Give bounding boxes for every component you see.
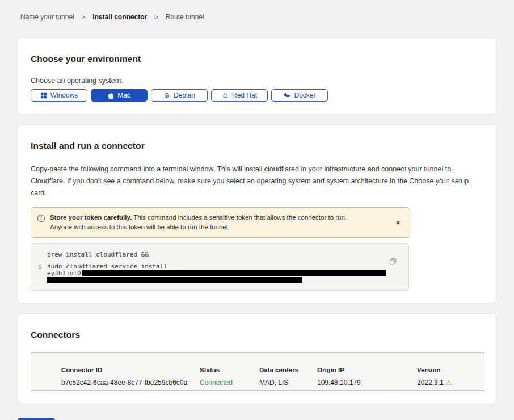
token-warning-banner: ! Store your token carefully. This comma… <box>31 207 410 238</box>
install-card-title: Install and run a connector <box>31 141 483 151</box>
os-button-docker[interactable]: Docker <box>271 89 328 102</box>
code-line-service-install: sudo cloudflared service install <box>47 263 408 270</box>
os-button-mac[interactable]: Mac <box>91 89 148 102</box>
page: Name your tunnel > Install connector > R… <box>0 0 514 420</box>
alert-circle-icon: ! <box>37 215 45 222</box>
breadcrumb-step-name-tunnel[interactable]: Name your tunnel <box>20 13 74 21</box>
os-button-redhat[interactable]: Red Hat <box>211 89 268 102</box>
os-button-windows[interactable]: Windows <box>31 89 87 102</box>
col-header-version: Version <box>417 367 484 373</box>
apple-icon <box>108 92 114 99</box>
connector-data-centers-value: MAD, LIS <box>259 379 317 387</box>
connector-table-row: b7c52c42-6caa-48ee-8c77-fbe259cb6c0a Con… <box>61 379 484 387</box>
connectors-card: Connectors Connector ID Status Data cent… <box>18 313 496 404</box>
linux-penguin-icon <box>222 92 229 99</box>
os-button-label: Windows <box>50 91 78 99</box>
version-warning-icon: ⚠ <box>446 379 452 387</box>
breadcrumb-separator: > <box>154 14 158 20</box>
environment-card-title: Choose your environment <box>31 54 483 64</box>
install-connector-card: Install and run a connector Copy-paste t… <box>18 124 496 304</box>
connectors-table-header: Connector ID Status Data centers Origin … <box>61 367 484 373</box>
col-header-data-centers: Data centers <box>259 367 317 373</box>
connector-id-value: b7c52c42-6caa-48ee-8c77-fbe259cb6c0a <box>61 379 200 387</box>
col-header-status: Status <box>200 367 259 373</box>
breadcrumb: Name your tunnel > Install connector > R… <box>20 13 496 21</box>
choose-environment-card: Choose your environment Choose an operat… <box>18 37 496 115</box>
code-line-brew: brew install cloudflared && <box>31 251 408 258</box>
token-warning-lead: Store your token carefully. <box>50 214 132 221</box>
copy-command-button[interactable] <box>389 258 397 266</box>
copy-icon <box>389 259 397 267</box>
os-button-label: Docker <box>294 91 315 99</box>
token-warning-text: Store your token carefully. This command… <box>50 213 368 232</box>
connector-status-value: Connected <box>200 379 259 387</box>
os-button-label: Debian <box>174 91 195 99</box>
breadcrumb-separator: > <box>82 14 85 20</box>
shell-prompt: $ <box>31 263 47 283</box>
banner-close-button[interactable]: ✕ <box>394 219 403 227</box>
next-button[interactable]: Next <box>18 418 55 420</box>
col-header-connector-id: Connector ID <box>61 367 200 373</box>
token-prefix: eyJhIjoiO <box>47 270 81 277</box>
debian-swirl-icon <box>163 92 170 99</box>
windows-icon <box>40 92 47 99</box>
os-button-debian[interactable]: Debian <box>151 89 208 102</box>
docker-whale-icon <box>283 92 290 99</box>
breadcrumb-step-route-tunnel[interactable]: Route tunnel <box>166 13 204 21</box>
breadcrumb-step-install-connector[interactable]: Install connector <box>92 13 147 21</box>
redacted-token-bar <box>47 277 302 283</box>
col-header-origin-ip: Origin IP <box>317 367 417 373</box>
connectors-card-title: Connectors <box>31 330 483 340</box>
os-button-group: Windows Mac Debian Red Hat <box>31 89 483 102</box>
connector-origin-ip-value: 109.48.10.179 <box>317 379 417 387</box>
os-button-label: Mac <box>117 91 130 99</box>
connectors-table: Connector ID Status Data centers Origin … <box>31 352 484 391</box>
install-command-codeblock: brew install cloudflared && $ sudo cloud… <box>31 243 409 291</box>
install-instructions: Copy-paste the following command into a … <box>31 163 483 199</box>
redacted-token-bar <box>82 270 386 276</box>
connector-version-value: 2022.3.1 ⚠ <box>417 379 484 387</box>
os-button-label: Red Hat <box>232 91 257 99</box>
os-select-label: Choose an operating system: <box>31 77 483 85</box>
